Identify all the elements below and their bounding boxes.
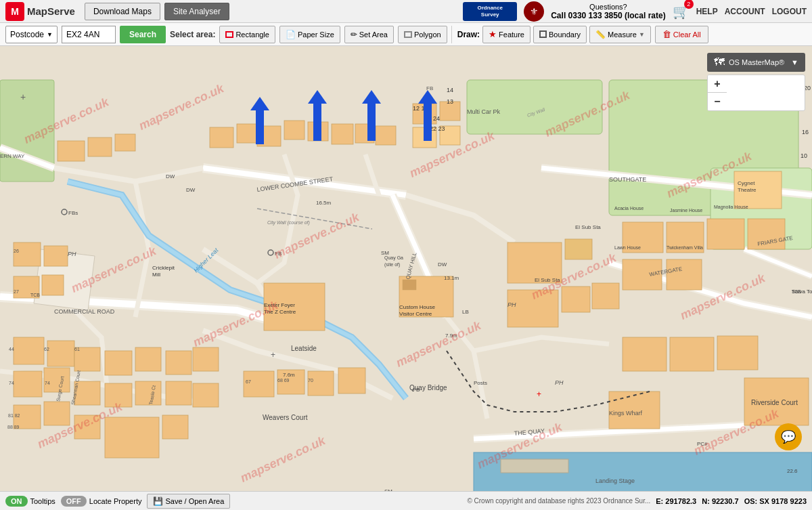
zoom-in-button[interactable]: + <box>708 75 727 93</box>
map-layer-selector[interactable]: 🗺 OS MasterMap® ▼ <box>707 53 805 72</box>
svg-rect-32 <box>338 368 365 394</box>
copyright-text: © Crown copyright and database rights 20… <box>467 497 650 505</box>
postcode-dropdown[interactable]: Postcode ▼ <box>5 26 58 43</box>
locate-toggle-group: OFF Locate Property <box>61 496 142 507</box>
svg-rect-69 <box>501 459 568 473</box>
svg-rect-66 <box>717 336 758 370</box>
svg-rect-40 <box>105 351 132 375</box>
svg-text:68 69: 68 69 <box>277 378 290 383</box>
svg-text:Leatside: Leatside <box>291 345 317 352</box>
arrow-4 <box>418 90 437 141</box>
svg-rect-25 <box>14 242 41 266</box>
svg-text:COMMERCIAL ROAD: COMMERCIAL ROAD <box>54 308 115 315</box>
shield-icon: ⚜ <box>524 1 544 22</box>
locate-toggle[interactable]: OFF <box>61 496 87 507</box>
svg-text:DW: DW <box>186 187 196 193</box>
logo[interactable]: M MapServe <box>5 2 75 21</box>
svg-text:Quay Ga: Quay Ga <box>384 255 403 261</box>
download-maps-button[interactable]: Download Maps <box>85 3 160 20</box>
site-analyser-button[interactable]: Site Analyser <box>164 3 229 20</box>
svg-rect-7 <box>58 141 85 161</box>
paper-size-tool-button[interactable]: 📄 Paper Size <box>279 26 340 43</box>
zoom-out-button[interactable]: − <box>708 93 727 110</box>
rectangle-icon <box>225 31 233 38</box>
polygon-tool-button[interactable]: Polygon <box>398 26 447 43</box>
os-reference: OS: SX 9178 9223 <box>744 497 807 505</box>
postcode-input[interactable] <box>62 26 116 43</box>
svg-text:Custom House: Custom House <box>399 304 435 310</box>
svg-text:26: 26 <box>14 249 19 253</box>
cart-block[interactable]: 🛒 2 <box>673 3 690 20</box>
arrow-1 <box>250 97 269 144</box>
svg-rect-9 <box>115 134 135 151</box>
svg-rect-29 <box>244 371 274 397</box>
svg-text:Riverside Court: Riverside Court <box>751 399 798 406</box>
feature-icon: ★ <box>489 29 497 39</box>
draw-label: Draw: <box>457 30 480 39</box>
svg-text:Jasmine House: Jasmine House <box>670 208 702 213</box>
svg-text:Magnolia House: Magnolia House <box>714 205 748 210</box>
logout-link[interactable]: LOGOUT <box>772 7 807 16</box>
svg-rect-64 <box>623 337 667 371</box>
svg-text:Quay Bridge: Quay Bridge <box>409 384 447 391</box>
svg-rect-55 <box>562 286 590 312</box>
svg-rect-53 <box>565 239 592 259</box>
svg-text:10: 10 <box>800 152 807 159</box>
bottom-bar: ON Tooltips OFF Locate Property 💾 Save /… <box>0 491 812 510</box>
measure-draw-button[interactable]: 📏 Measure ▼ <box>589 26 651 43</box>
svg-rect-62 <box>667 259 702 290</box>
logo-icon: M <box>5 2 24 21</box>
svg-text:SM: SM <box>384 488 392 491</box>
logo-text: MapServe <box>27 5 75 17</box>
svg-text:El Sub Sta: El Sub Sta <box>535 277 560 283</box>
feature-draw-button[interactable]: ★ Feature <box>482 26 531 43</box>
tooltips-toggle[interactable]: ON <box>5 496 28 507</box>
os-logo: OrdnanceSurvey <box>463 2 517 21</box>
svg-rect-26 <box>44 246 68 266</box>
account-link[interactable]: ACCOUNT <box>725 7 765 16</box>
svg-rect-51 <box>193 383 219 407</box>
select-area-label: Select area: <box>170 30 215 39</box>
save-open-area-button[interactable]: 💾 Save / Open Area <box>147 494 230 509</box>
map-container[interactable]: FB FBs FB DW DW DW SM SM PH PH PH LB TCB… <box>0 46 812 491</box>
questions-label: Questions? <box>551 3 665 11</box>
set-area-icon: ✏ <box>351 30 357 39</box>
tooltips-toggle-group: ON Tooltips <box>5 496 55 507</box>
boundary-draw-button[interactable]: Boundary <box>533 26 587 43</box>
search-button[interactable]: Search <box>120 26 166 43</box>
n-coordinate: N: 92230.7 <box>702 497 738 505</box>
svg-text:Twickenham Villa: Twickenham Villa <box>667 245 703 250</box>
svg-rect-54 <box>508 290 558 327</box>
svg-rect-33 <box>14 337 44 364</box>
svg-text:+: + <box>20 91 26 102</box>
svg-text:Visitor Centre: Visitor Centre <box>399 311 432 317</box>
svg-text:El Sub Sta: El Sub Sta <box>575 224 601 230</box>
svg-text:+: + <box>537 389 541 399</box>
svg-rect-46 <box>105 417 159 458</box>
svg-rect-28 <box>42 275 64 295</box>
boundary-icon <box>539 30 547 38</box>
map-controls: 🗺 OS MasterMap® ▼ + − <box>707 53 805 111</box>
rectangle-tool-button[interactable]: Rectangle <box>219 26 275 43</box>
svg-text:Cricklepit: Cricklepit <box>152 265 175 271</box>
help-link[interactable]: HELP <box>696 7 718 16</box>
svg-text:Landing Stage: Landing Stage <box>595 477 635 484</box>
clear-all-button[interactable]: 🗑 Clear All <box>655 26 708 43</box>
svg-rect-47 <box>162 415 188 439</box>
svg-rect-59 <box>707 219 744 249</box>
set-area-tool-button[interactable]: ✏ Set Area <box>344 26 394 43</box>
svg-text:16: 16 <box>802 129 809 135</box>
svg-text:DW: DW <box>166 173 175 179</box>
svg-rect-49 <box>193 347 219 371</box>
svg-text:81 82: 81 82 <box>8 413 20 418</box>
svg-text:ERN WAY: ERN WAY <box>0 153 25 159</box>
selector-chevron-icon: ▼ <box>791 58 798 66</box>
svg-text:62: 62 <box>44 347 49 352</box>
tooltips-label: Tooltips <box>30 497 55 505</box>
phone-number: Call 0330 133 3850 (local rate) <box>551 11 665 20</box>
svg-rect-34 <box>47 341 74 366</box>
svg-rect-36 <box>44 368 70 392</box>
svg-text:SOUTHGATE: SOUTHGATE <box>609 176 646 183</box>
svg-text:Acacia House: Acacia House <box>614 206 644 211</box>
chat-button[interactable]: 💬 <box>775 423 802 450</box>
